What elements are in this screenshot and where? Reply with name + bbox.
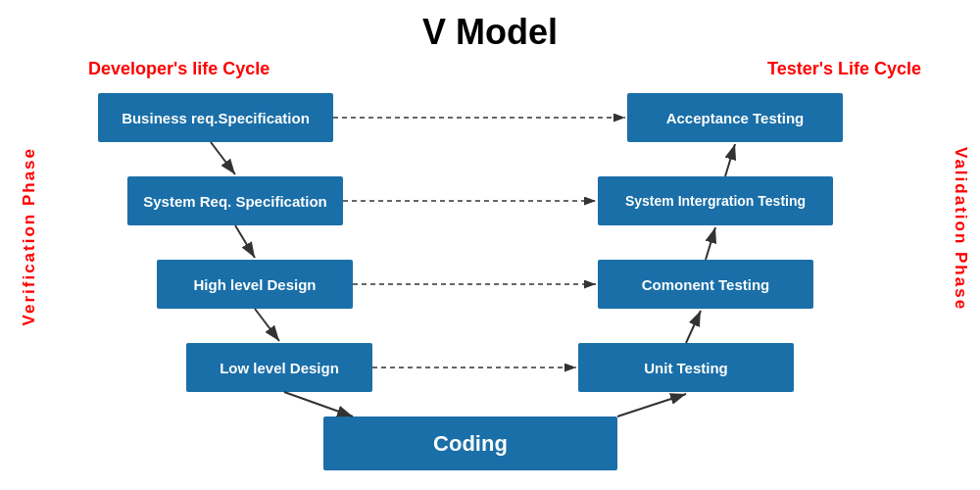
- business-req-box: Business req.Specification: [98, 93, 333, 142]
- svg-line-3: [235, 225, 255, 258]
- developer-cycle-label: Developer's life Cycle: [88, 59, 270, 79]
- tester-cycle-label: Tester's Life Cycle: [767, 59, 921, 79]
- coding-box: Coding: [323, 416, 617, 470]
- svg-line-4: [255, 309, 279, 341]
- system-req-box: System Req. Specification: [127, 176, 343, 225]
- component-testing-box: Comonent Testing: [598, 260, 813, 309]
- svg-line-9: [725, 144, 735, 176]
- svg-line-2: [211, 142, 235, 174]
- svg-line-6: [617, 394, 686, 416]
- acceptance-testing-box: Acceptance Testing: [627, 93, 843, 142]
- svg-line-8: [706, 227, 715, 260]
- svg-line-7: [686, 311, 701, 343]
- high-level-box: High level Design: [157, 260, 353, 309]
- low-level-box: Low level Design: [186, 343, 372, 392]
- validation-phase-label: Validation Phase: [951, 147, 970, 311]
- verification-phase-label: Verification Phase: [20, 147, 39, 325]
- svg-line-5: [284, 392, 353, 416]
- page-title: V Model: [0, 0, 980, 53]
- system-integration-box: System Intergration Testing: [598, 176, 833, 225]
- unit-testing-box: Unit Testing: [578, 343, 794, 392]
